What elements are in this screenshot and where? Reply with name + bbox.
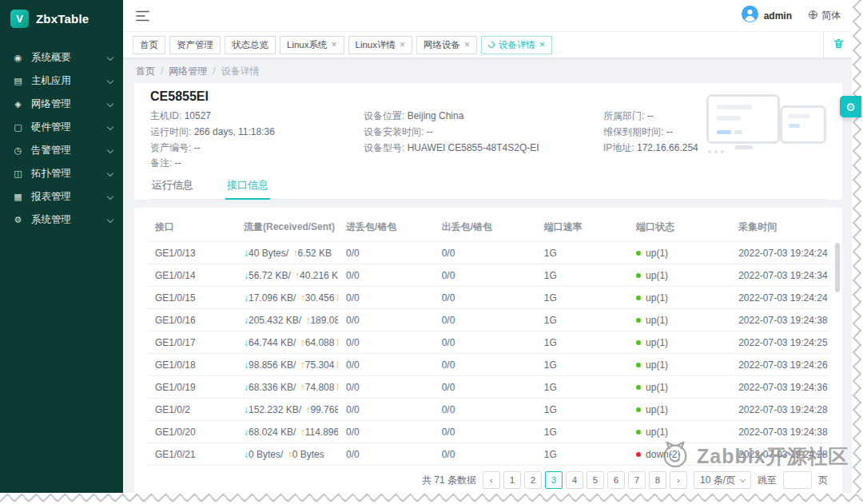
tab-run-info[interactable]: 运行信息 [150,177,195,199]
header-actions: admin 简体 [742,6,841,26]
sidebar-item-label: 系统管理 [31,213,108,227]
dashboard-icon: ◉ [12,53,24,63]
app-logo[interactable]: V ZbxTable [0,0,123,37]
avatar [742,6,758,26]
breadcrumb-item[interactable]: 首页 [136,65,155,77]
device-info-value: -- [647,110,654,121]
device-info-value: -- [194,142,201,153]
user-menu[interactable]: admin [742,6,792,26]
gear-icon: ⚙ [845,101,856,113]
cell-interface: GE1/0/2 [147,399,236,421]
status-dot-icon [636,430,641,435]
table-row: GE1/0/13↓40 Bytes/ ↑6.52 KB0/00/01Gup(1)… [147,242,829,264]
interface-table-card: 接口流量(Received/Sent)进丢包/错包出丢包/错包端口速率端口状态采… [134,208,842,495]
sidebar-item-label: 系统概要 [31,51,108,65]
cell-in-errors: 0/0 [338,287,434,309]
menu-fold-icon[interactable] [136,10,149,22]
device-card: CE5855EI 主机ID: 10527运行时间: 266 days, 11:1… [134,83,842,200]
cell-in-errors: 0/0 [338,242,434,264]
view-tab[interactable]: 设备详情× [481,36,552,54]
status-dot-icon [636,251,641,256]
next-page-button[interactable]: › [670,471,687,489]
top-header: admin 简体 [123,0,853,32]
status-dot-icon [636,385,641,390]
detail-tabs: 运行信息接口信息 [150,177,826,200]
page-button[interactable]: 8 [649,471,666,489]
cell-time: 2022-07-03 19:24:34 [730,264,829,287]
tab-interface-info[interactable]: 接口信息 [225,177,270,199]
sidebar-item-host[interactable]: ▤主机应用 [0,69,123,93]
device-info-grid: 主机ID: 10527运行时间: 266 days, 11:18:36资产编号:… [150,108,826,156]
jump-page-input[interactable] [783,471,812,489]
sidebar-item-label: 硬件管理 [31,121,108,134]
device-info-value: 10527 [185,110,211,121]
page-button[interactable]: 6 [607,471,625,489]
cell-interface: GE1/0/21 [147,443,236,466]
page-button[interactable]: 4 [566,471,583,489]
sent-value: 40.216 KB [300,270,338,281]
close-tabs-button[interactable] [823,32,853,58]
view-tab-label: 首页 [140,39,158,51]
view-tab[interactable]: Linux详情× [348,36,413,54]
cell-status: up(1) [628,309,730,331]
cell-out-errors: 0/0 [434,287,536,309]
view-tab[interactable]: 状态总览 [225,36,276,54]
system-icon: ⚙ [12,215,24,225]
table-scrollbar[interactable] [835,243,840,292]
cell-speed: 1G [536,443,628,466]
app-frame: V ZbxTable ◉系统概要▤主机应用◈网络管理▢硬件管理◷告警管理◫拓扑管… [0,0,853,495]
close-icon[interactable]: × [400,40,405,50]
sidebar-item-alarm[interactable]: ◷告警管理 [0,139,123,162]
view-tab-label: Linux系统 [287,39,328,51]
device-note-label: 备注: [150,157,172,169]
sidebar-item-system[interactable]: ⚙系统管理 [0,208,123,232]
device-info-value: 266 days, 11:18:36 [194,126,275,137]
view-tab[interactable]: 资产管理 [169,36,221,54]
cell-in-errors: 0/0 [338,264,434,287]
status-label: up(1) [646,404,668,415]
prev-page-button[interactable]: ‹ [483,471,500,489]
cell-time: 2022-07-03 19:24:26 [730,354,829,376]
page-button[interactable]: 5 [587,471,604,489]
table-row: GE1/0/15↓17.096 KB/ ↑30.456 KB0/00/01Gup… [147,287,829,309]
column-header: 端口速率 [536,212,628,242]
view-tab[interactable]: 网络设备× [416,36,477,54]
close-icon[interactable]: × [539,40,545,50]
view-tab[interactable]: Linux系统× [280,36,344,54]
page-button[interactable]: 2 [524,471,542,489]
page-button[interactable]: 7 [628,471,646,489]
device-info-label: 设备位置: [364,110,408,121]
cell-in-errors: 0/0 [338,309,434,331]
sidebar-item-hardware[interactable]: ▢硬件管理 [0,116,123,139]
cell-time: 2022-07-03 19:24:38 [730,309,829,331]
sidebar-item-network[interactable]: ◈网络管理 [0,93,123,116]
device-info-field: 设备型号: HUAWEI CE5855-48T4S2Q-EI [364,140,603,156]
status-label: up(1) [646,382,668,393]
sidebar-item-report[interactable]: ▦报表管理 [0,185,123,208]
language-switcher[interactable]: 简体 [808,9,841,22]
cell-status: up(1) [628,376,730,399]
page-button[interactable]: 3 [545,471,563,489]
page-button[interactable]: 1 [503,471,521,489]
breadcrumb: 首页/网络管理/设备详情 [136,65,842,78]
pagination-total: 共 71 条数据 [422,474,476,487]
chevron-down-icon [107,123,113,129]
device-info-field: 运行时间: 266 days, 11:18:36 [150,124,364,140]
sidebar-item-topology[interactable]: ◫拓扑管理 [0,162,123,185]
cell-in-errors: 0/0 [338,354,434,376]
sent-value: 99.768 KB [310,404,338,415]
settings-button[interactable]: ⚙ [840,96,861,117]
view-tab[interactable]: 首页 [133,36,165,54]
close-icon[interactable]: × [332,40,337,50]
cell-out-errors: 0/0 [434,421,536,443]
close-icon[interactable]: × [464,40,470,50]
column-header: 出丢包/错包 [434,212,536,242]
cell-interface: GE1/0/18 [147,354,236,376]
page-size-select[interactable]: 10 条/页 [694,471,751,489]
cell-speed: 1G [536,309,628,331]
breadcrumb-item[interactable]: 网络管理 [169,65,207,77]
status-label: up(1) [646,337,668,348]
sent-value: 74.808 KB [305,382,338,393]
device-info-field: 维保到期时间: -- [603,124,826,140]
sidebar-item-dashboard[interactable]: ◉系统概要 [0,46,123,69]
